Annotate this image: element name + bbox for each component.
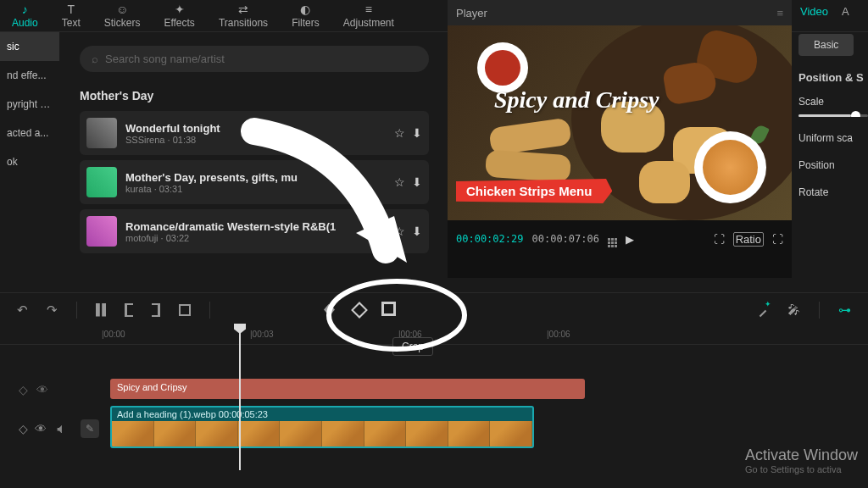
ruler-tick: |00:06 — [547, 330, 570, 339]
audio-icon: ♪ — [22, 3, 28, 16]
redo-button[interactable] — [47, 302, 58, 318]
tab-text[interactable]: TText — [50, 0, 92, 31]
track-row[interactable]: Mother's Day, presents, gifts, mu kurata… — [80, 160, 429, 204]
player-label: Player — [456, 7, 487, 19]
track-title: Wonderful tonight — [125, 122, 386, 135]
search-icon: ⌕ — [92, 53, 98, 65]
tab-adjustment[interactable]: ≡Adjustment — [331, 0, 406, 31]
preview-headline: Spicy and Cripsy — [494, 86, 659, 114]
track-thumb — [86, 167, 117, 197]
trim-left-button[interactable] — [125, 303, 133, 317]
prop-uniform[interactable]: Uniform sca — [798, 132, 868, 144]
prop-tab-video[interactable]: Video — [800, 5, 828, 20]
mirror-button[interactable] — [324, 304, 335, 316]
download-icon[interactable]: ⬇ — [412, 225, 422, 238]
visibility-icon[interactable]: 👁︎ — [36, 383, 48, 396]
scale-slider[interactable] — [798, 114, 868, 117]
track-meta: kurata · 03:31 — [125, 184, 386, 194]
link-icon[interactable]: ⊶ — [838, 302, 851, 318]
tab-effects[interactable]: ✦Effects — [152, 0, 206, 31]
preview-nugget — [639, 161, 690, 203]
player-menu-icon[interactable]: ≡ — [776, 7, 783, 19]
audio-panel: ⌕ Search song name/artist Mother's Day W… — [68, 32, 441, 258]
track-title: Mother's Day, presents, gifts, mu — [125, 171, 386, 184]
left-cat-0[interactable]: sic — [0, 32, 59, 61]
time-ruler[interactable]: |00:00 |00:03 |00:06 |00:06 — [0, 326, 868, 345]
timeline-toolbar: 🎤︎ ⊶ — [0, 292, 868, 326]
prop-tab-a[interactable]: A — [842, 5, 849, 20]
preview-inset — [694, 131, 766, 203]
section-title: Mother's Day — [80, 89, 429, 103]
play-button[interactable]: ▶ — [626, 233, 634, 246]
tab-transitions[interactable]: ⇄Transitions — [207, 0, 280, 31]
transitions-icon: ⇄ — [238, 3, 248, 16]
windows-watermark: Activate Window Go to Settings to activa — [745, 446, 858, 474]
favorite-icon[interactable]: ☆ — [394, 225, 405, 238]
edit-button[interactable]: ✎ — [81, 419, 99, 438]
trim-right-button[interactable] — [152, 303, 160, 317]
tab-filters[interactable]: ◐Filters — [280, 0, 331, 31]
mute-icon[interactable]: 🔈︎ — [53, 422, 65, 435]
ruler-tick: |00:03 — [250, 330, 274, 339]
focus-icon[interactable]: ⛶ — [714, 233, 725, 246]
playhead[interactable] — [239, 326, 241, 470]
lock-icon[interactable]: ◇ — [19, 422, 28, 435]
tab-stickers[interactable]: ☺Stickers — [92, 0, 153, 31]
mic-icon[interactable]: 🎤︎ — [787, 302, 800, 317]
properties-panel: Basic Position & S Scale Uniform sca Pos… — [792, 25, 868, 214]
visibility-icon[interactable]: 👁︎ — [35, 422, 47, 435]
left-cat-1[interactable]: nd effe... — [0, 61, 59, 90]
timecode-total: 00:00:07:06 — [531, 233, 598, 245]
clip-thumbnails — [112, 421, 532, 448]
video-clip[interactable]: Add a heading (1).webp 00:00:05:23 — [110, 406, 534, 448]
search-input[interactable]: ⌕ Search song name/artist — [80, 46, 429, 72]
left-cat-4[interactable]: ok — [0, 147, 59, 176]
preview-canvas[interactable]: Spicy and Cripsy Chicken Strips Menu — [448, 25, 792, 220]
ratio-button[interactable]: Ratio — [733, 232, 764, 247]
magic-button[interactable] — [757, 304, 769, 316]
ruler-tick: |00:00 — [102, 330, 125, 339]
tab-audio[interactable]: ♪Audio — [0, 0, 50, 31]
stickers-icon: ☺ — [116, 3, 128, 16]
left-categories: sic nd effe... pyright c... acted a... o… — [0, 32, 59, 176]
fullscreen-icon[interactable]: ⛶ — [772, 233, 783, 246]
preview-sauce-bowl — [477, 42, 528, 93]
preview-subcaption: Chicken Strips Menu — [456, 179, 612, 203]
crop-button[interactable] — [384, 304, 396, 316]
rotate-button[interactable] — [353, 304, 365, 316]
grid-icon[interactable] — [608, 230, 617, 247]
prop-position[interactable]: Position — [798, 159, 868, 171]
player-panel: Spicy and Cripsy Chicken Strips Menu 00:… — [448, 25, 792, 278]
track-title: Romance/dramatic Western-style R&B(1 — [125, 220, 386, 233]
favorite-icon[interactable]: ☆ — [394, 175, 405, 189]
favorite-icon[interactable]: ☆ — [394, 126, 405, 140]
prop-rotate[interactable]: Rotate — [798, 186, 868, 198]
adjustment-icon: ≡ — [365, 3, 372, 16]
download-icon[interactable]: ⬇ — [412, 126, 422, 140]
track-thumb — [86, 118, 117, 148]
track-thumb — [86, 216, 117, 247]
track-row[interactable]: Romance/dramatic Western-style R&B(1 mot… — [80, 209, 429, 253]
track-meta: motofuji · 03:22 — [125, 233, 386, 243]
filters-icon: ◐ — [300, 3, 310, 16]
delete-button[interactable] — [179, 304, 191, 316]
left-cat-2[interactable]: pyright c... — [0, 90, 59, 119]
timecode-current: 00:00:02:29 — [456, 233, 523, 245]
properties-tabs: Video A — [792, 0, 868, 25]
effects-icon: ✦ — [175, 3, 185, 16]
crop-tooltip: Crop — [392, 337, 433, 356]
undo-button[interactable] — [17, 302, 28, 318]
player-header: Player ≡ — [448, 0, 792, 25]
timeline: |00:00 |00:03 |00:06 |00:06 ◇👁︎ Spicy an… — [0, 326, 868, 488]
download-icon[interactable]: ⬇ — [412, 175, 422, 189]
preview-strip — [485, 150, 571, 183]
text-clip[interactable]: Spicy and Cripsy — [110, 379, 585, 399]
track-row[interactable]: Wonderful tonight SSSirena · 01:38 ☆⬇ — [80, 111, 429, 155]
text-icon: T — [67, 3, 75, 16]
prop-scale: Scale — [798, 96, 868, 117]
split-button[interactable] — [96, 303, 106, 317]
lock-icon[interactable]: ◇ — [19, 383, 28, 396]
track-meta: SSSirena · 01:38 — [125, 135, 386, 145]
basic-button[interactable]: Basic — [798, 34, 854, 56]
left-cat-3[interactable]: acted a... — [0, 119, 59, 147]
